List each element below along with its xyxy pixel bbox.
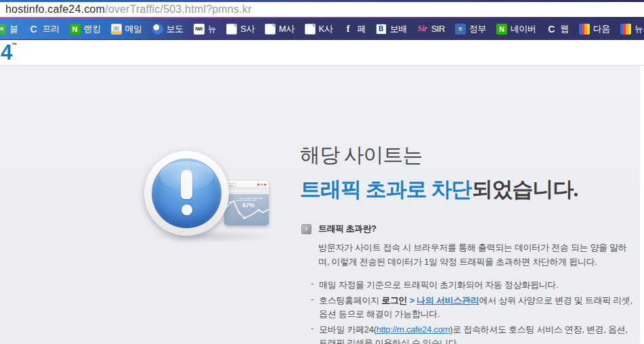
bookmark-item[interactable]: 메일 [111,23,142,35]
chart-value: 67% [242,202,255,209]
error-page-content: Percentage Pageview 67% 해당 사이트는 트래픽 초과로 … [0,65,644,344]
daum-icon [579,24,590,35]
bookmark-item[interactable]: 네이버 [496,23,536,35]
bookmark-item[interactable]: 블 [0,23,18,35]
bookmark-label: 블 [9,23,18,35]
bookmark-label: 네이버 [511,23,536,35]
mobile-cafe24-link[interactable]: http://m.cafe24.com [377,324,450,335]
bookmark-label: 웹 [560,23,569,35]
bookmark-item[interactable]: 보배 [376,23,407,35]
press-icon [152,24,163,35]
bullet-mobile-info: 모바일 카페24(http://m.cafe24.com)로 접속하셔도 호스팅… [311,323,635,344]
nw-icon [194,24,205,35]
sir-icon [417,24,428,35]
chart-label: Percentage Pageview [239,197,263,200]
cafe24-logo[interactable]: 4™ [1,42,16,63]
logo-text: 4 [1,41,12,64]
bookmark-item[interactable]: 다음 [579,23,610,35]
naver-icon [70,24,81,35]
red-dot-icon [264,184,266,186]
info-bullet-list: 매일 자정을 기준으로 트래픽이 초기화되어 자동 정상화됩니다. 호스팅홈페이… [311,278,635,344]
mini-window-titlebar [224,181,269,188]
bookmark-label: 정부 [469,23,486,35]
c-icon [546,24,557,35]
bookmark-item[interactable]: S사 [226,23,255,35]
yellow-dot-icon [261,184,263,186]
file-icon [305,24,316,35]
traffic-blocked-illustration: Percentage Pageview 67% [144,151,280,249]
bookmark-label: 프리 [43,23,60,35]
bookmark-label: 보배 [390,23,407,35]
bookmark-item[interactable]: 웹 [546,23,569,35]
bookmark-item[interactable]: 보도 [152,23,184,35]
bookmark-label: SIR [431,24,445,34]
mini-window-buttons [257,184,266,186]
logo-trademark: ™ [12,42,16,48]
page-header: 4™ [0,40,644,65]
bookmark-label: 뉴 [208,23,217,35]
icon-shadow [147,230,276,243]
info-section-title: 트래픽 초과란? [318,223,377,235]
mini-address-bar [227,190,266,192]
bookmark-label: M사 [279,23,295,35]
bookmarks-bar: 블 프리 랭킹 메일 보도 뉴 S사 M사 K사 페 보배 [0,18,644,40]
bookmark-item[interactable]: SIR [417,24,445,35]
title-highlight: 트래픽 초과로 차단 [300,177,472,201]
mini-window-toolbar [224,188,269,194]
title-line2: 트래픽 초과로 차단되었습니다. [300,175,578,204]
b-icon [376,24,387,35]
bookmark-item[interactable]: K사 [305,23,333,35]
url-bar-border [0,17,644,18]
gov-icon [455,24,466,35]
bullet-login-info: 호스팅홈페이지 로그인 > 나의 서비스관리에서 상위 사양으로 변경 및 트래… [311,294,635,321]
daum-icon [620,24,631,35]
facebook-icon [343,24,353,35]
mail-icon [111,24,122,35]
url-bar: hostinfo.cafe24.com/overTraffic/503.html… [0,0,644,18]
bookmark-item[interactable]: 랭킹 [70,23,101,35]
file-icon [265,24,276,35]
c-icon [28,24,39,35]
title-rest: 되었습니다. [472,177,578,201]
scrollbar-track[interactable] [640,66,644,344]
login-label: 로그인 [381,295,407,305]
exclamation-icon [152,158,221,228]
page-title: 해당 사이트는 트래픽 초과로 차단되었습니다. [300,142,578,204]
bookmark-label: 뉴스 [635,23,644,35]
bookmark-label: 페 [357,23,366,35]
bullet-reset-info: 매일 자정을 기준으로 트래픽이 초기화되어 자동 정상화됩니다. [311,278,635,292]
file-icon [226,24,237,35]
alert-circle-icon [144,151,229,236]
info-title-row: › 트래픽 초과란? [301,223,633,235]
bookmark-label: 메일 [125,23,142,35]
blog-icon [0,24,6,35]
my-service-link[interactable]: 나의 서비스관리 [416,295,479,305]
browser-window-icon: Percentage Pageview 67% [224,181,269,225]
bookmark-label: 보도 [167,23,184,35]
info-description: 방문자가 사이트 접속 시 브라우저를 통해 출력되는 데이터가 전송 되는 양… [318,240,633,269]
url-path: /overTraffic/503.html?pmns.kr [105,3,252,15]
traffic-chart: Percentage Pageview 67% [224,194,269,225]
traffic-chart-svg: Percentage Pageview 67% [224,194,269,225]
bookmark-label: S사 [240,23,255,35]
url-domain: hostinfo.cafe24.com [5,3,105,15]
bookmark-item[interactable]: 뉴스 [620,23,644,35]
bookmark-label: K사 [319,23,333,35]
address-input[interactable]: hostinfo.cafe24.com/overTraffic/503.html… [0,2,644,16]
bookmark-item[interactable]: 프리 [28,23,60,35]
bookmark-label: 다음 [593,23,610,35]
bookmark-item[interactable]: 정부 [455,23,486,35]
bookmark-item[interactable]: 페 [343,23,366,35]
bookmark-item[interactable]: 뉴 [194,23,217,35]
bookmark-label: 랭킹 [84,23,101,35]
chevron-right-icon: › [301,224,312,234]
red-dot-icon [257,184,259,186]
bookmark-item[interactable]: M사 [265,23,295,35]
title-line1: 해당 사이트는 [300,142,578,169]
naver-icon [496,24,507,35]
info-section: › 트래픽 초과란? 방문자가 사이트 접속 시 브라우저를 통해 출력되는 데… [301,223,633,344]
